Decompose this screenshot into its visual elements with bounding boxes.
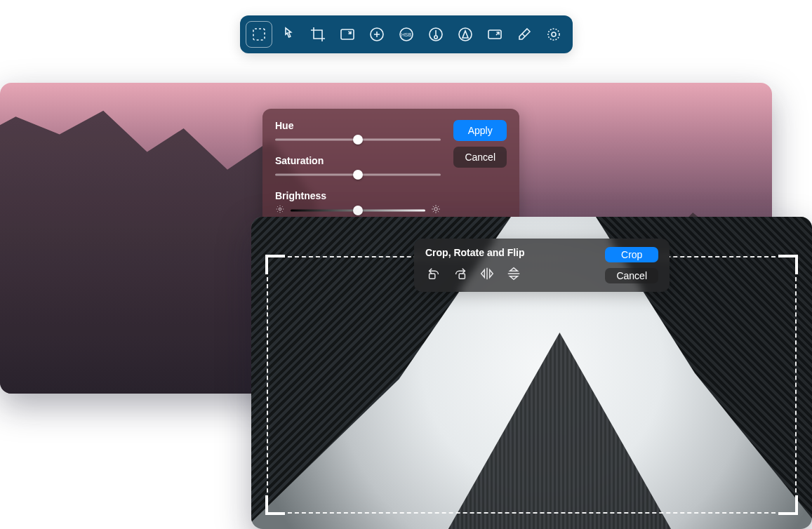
- flip-horizontal-icon[interactable]: [479, 265, 495, 282]
- crop-button[interactable]: Crop: [605, 247, 658, 262]
- exposure-icon[interactable]: [545, 25, 563, 43]
- svg-point-10: [552, 32, 556, 36]
- svg-point-9: [548, 29, 559, 40]
- svg-text:HSB: HSB: [401, 32, 411, 37]
- eraser-icon[interactable]: [515, 25, 533, 43]
- svg-point-6: [434, 36, 437, 39]
- svg-rect-0: [253, 29, 265, 40]
- apply-button[interactable]: Apply: [453, 120, 507, 141]
- crop-icon[interactable]: [309, 25, 327, 43]
- svg-point-12: [434, 208, 438, 211]
- brightness-label: Brightness: [275, 190, 441, 201]
- rotate-right-icon[interactable]: [452, 265, 469, 282]
- svg-rect-14: [459, 274, 465, 279]
- resize-canvas-icon[interactable]: [338, 25, 357, 43]
- brightness-control: Brightness: [275, 190, 441, 217]
- crop-panel-title: Crop, Rotate and Flip: [425, 247, 592, 258]
- crop-cancel-button[interactable]: Cancel: [605, 268, 658, 283]
- svg-rect-1: [341, 29, 354, 39]
- hue-slider[interactable]: [275, 134, 441, 145]
- hue-label: Hue: [275, 120, 441, 131]
- temperature-icon[interactable]: [427, 25, 445, 43]
- crop-panel: Crop, Rotate and Flip Crop Cancel: [414, 239, 670, 292]
- svg-point-11: [279, 208, 281, 210]
- svg-rect-13: [430, 274, 435, 279]
- hue-control: Hue: [275, 120, 441, 145]
- saturation-control: Saturation: [275, 155, 441, 180]
- sharpen-icon[interactable]: [456, 25, 474, 43]
- flip-vertical-icon[interactable]: [505, 265, 522, 282]
- rect-select-icon[interactable]: [250, 25, 268, 43]
- pointer-icon[interactable]: [279, 25, 298, 43]
- brightness-low-icon: [275, 204, 285, 217]
- cancel-button[interactable]: Cancel: [453, 147, 507, 168]
- saturation-label: Saturation: [275, 155, 441, 166]
- crop-handle-br[interactable]: [778, 495, 798, 515]
- zoom-in-icon[interactable]: [368, 25, 386, 43]
- saturation-slider[interactable]: [275, 169, 441, 180]
- toolbar: HSB: [240, 15, 573, 53]
- rotate-left-icon[interactable]: [425, 265, 442, 282]
- hsb-icon[interactable]: HSB: [397, 25, 415, 43]
- export-size-icon[interactable]: [486, 25, 504, 43]
- brightness-high-icon: [431, 204, 441, 217]
- hsb-panel: Hue Saturation Brightness: [262, 109, 519, 231]
- brightness-slider[interactable]: [291, 205, 425, 216]
